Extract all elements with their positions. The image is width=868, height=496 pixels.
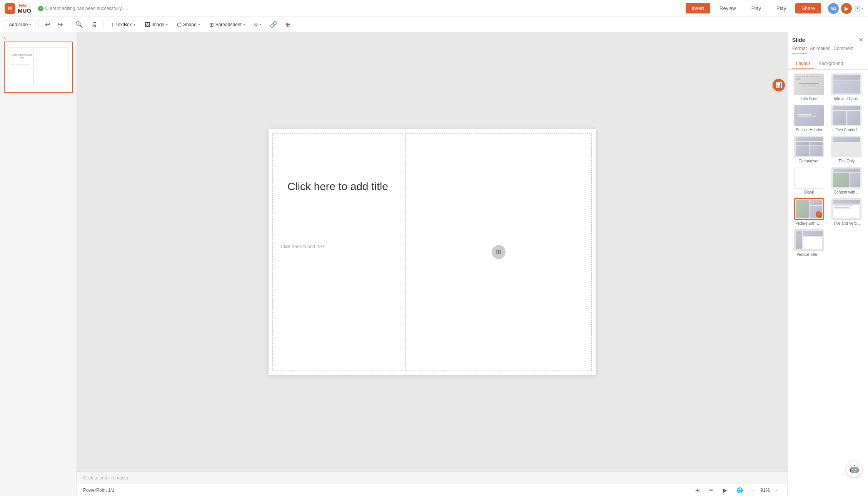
layout-thumb-content-with bbox=[831, 167, 861, 189]
layout-grid: Click to edit Master title style Title S… bbox=[788, 70, 868, 261]
layout-section-header[interactable]: Section Header bbox=[792, 105, 826, 132]
textbox-tool[interactable]: T TextBox ▾ bbox=[107, 20, 139, 29]
layout-label-content-with: Content with ... bbox=[834, 190, 860, 194]
layout-tab[interactable]: Layout bbox=[792, 58, 814, 69]
print-button[interactable]: 🖨 bbox=[88, 20, 100, 30]
layout-label-blank: Blank bbox=[804, 190, 814, 194]
panel-title: Slide bbox=[792, 37, 805, 43]
background-tab[interactable]: Background bbox=[815, 58, 847, 69]
slide-right-panel[interactable]: ⊞ bbox=[405, 133, 592, 371]
slide-title[interactable]: Click here to add title bbox=[287, 180, 388, 193]
layout-label-title-verti: Title and Verti... bbox=[833, 221, 860, 225]
layout-thumb-two-content bbox=[831, 105, 861, 126]
layout-label-picture-with: Picture with C... bbox=[796, 221, 823, 225]
remarks-bar[interactable]: Click to enter remarks bbox=[77, 471, 787, 484]
status-bar-right: ⊞ ✏ ▶ 🌐 − 91% + bbox=[692, 486, 781, 495]
help-icon: 🤖 bbox=[850, 464, 859, 474]
export-icon: 📊 bbox=[776, 82, 782, 88]
status-text: ✓ Current editing has been successfully … bbox=[38, 6, 127, 11]
more-button[interactable]: ⊕ bbox=[282, 19, 293, 30]
format-tabs: Format Animation Comment bbox=[788, 43, 868, 56]
slide-number: 1 bbox=[4, 36, 73, 41]
zoom-level: 91% bbox=[761, 488, 770, 493]
layout-two-content[interactable]: Two Content bbox=[830, 105, 864, 132]
layout-blank[interactable]: Blank bbox=[792, 167, 826, 194]
content-icon[interactable]: ⊞ bbox=[492, 245, 506, 259]
close-panel-icon[interactable]: ✕ bbox=[858, 36, 863, 43]
layout-title-only[interactable]: Title Only bbox=[830, 136, 864, 163]
slide-text-placeholder[interactable]: Click here to add text bbox=[280, 244, 395, 249]
shape-tool[interactable]: ⬡ Shape ▾ bbox=[173, 20, 204, 29]
spreadsheet-tool[interactable]: ⊞ Spreadsheet ▾ bbox=[205, 20, 249, 29]
top-bar: M beta MUO ✓ Current editing has been su… bbox=[0, 0, 868, 17]
canvas-area: Click here to add title Click here to ad… bbox=[77, 32, 787, 496]
slide-panel: 1 Click here to add title Click here to … bbox=[0, 32, 77, 496]
symbol-icon: Ω bbox=[254, 22, 258, 27]
time-icon-group[interactable]: 🕐 ▾ bbox=[854, 5, 863, 12]
review-tab[interactable]: Review bbox=[713, 3, 742, 13]
logo-icon: M bbox=[5, 3, 15, 14]
textbox-icon: T bbox=[110, 22, 114, 28]
layout-title-content[interactable]: Title and Cont... bbox=[830, 73, 864, 101]
layout-label-two-content: Two Content bbox=[836, 128, 857, 132]
main-area: 1 Click here to add title Click here to … bbox=[0, 32, 868, 496]
add-slide-button[interactable]: Add slide ▾ bbox=[5, 20, 35, 29]
layout-label-vertical-title: Vertical Title ... bbox=[796, 252, 821, 257]
insert-tab[interactable]: Insert bbox=[686, 3, 711, 13]
layout-content-with[interactable]: Content with ... bbox=[830, 167, 864, 194]
search-button[interactable]: 🔍 bbox=[72, 19, 86, 30]
play-tab-1[interactable]: Play bbox=[745, 3, 767, 13]
slide-thumbnail[interactable]: Click here to add title Click here to ad… bbox=[4, 42, 73, 93]
layout-thumb-blank bbox=[794, 167, 824, 189]
layout-title-slide[interactable]: Click to edit Master title style Title S… bbox=[792, 73, 826, 101]
layout-comparison[interactable]: Comparison bbox=[792, 136, 826, 163]
notification-icon[interactable]: ▶ bbox=[841, 3, 852, 14]
play-tab-2[interactable]: Play bbox=[770, 3, 792, 13]
slide-1-wrapper[interactable]: 1 Click here to add title Click here to … bbox=[4, 36, 73, 93]
pen-button[interactable]: ✏ bbox=[706, 486, 717, 495]
floating-export-button[interactable]: 📊 bbox=[773, 79, 785, 91]
image-icon: 🖼 bbox=[145, 22, 150, 28]
canvas-wrapper[interactable]: Click here to add title Click here to ad… bbox=[77, 32, 787, 471]
zoom-in-button[interactable]: + bbox=[773, 486, 781, 494]
slide-left-panel[interactable]: Click here to add title Click here to ad… bbox=[272, 133, 403, 371]
status-dot: ✓ bbox=[38, 6, 43, 11]
floating-help-button[interactable]: 🤖 bbox=[846, 461, 862, 477]
layout-picture-with[interactable]: ✓ Picture with C... bbox=[792, 198, 826, 225]
link-button[interactable]: 🔗 bbox=[267, 19, 280, 30]
layout-thumb-picture-with: ✓ bbox=[794, 198, 824, 220]
format-tab[interactable]: Format bbox=[792, 46, 807, 53]
slide-text-area[interactable]: Click here to add text bbox=[273, 240, 403, 371]
beta-tag: beta bbox=[18, 3, 31, 8]
user-avatar[interactable]: MJ bbox=[828, 3, 839, 14]
layout-label-title-slide: Title Slide bbox=[801, 97, 818, 101]
layout-label-title-only: Title Only bbox=[838, 159, 855, 163]
image-tool[interactable]: 🖼 Image ▾ bbox=[141, 20, 172, 29]
layout-title-verti[interactable]: Title and Verti... bbox=[830, 198, 864, 225]
right-panel: Slide ✕ Format Animation Comment Layout … bbox=[787, 32, 868, 496]
grid-view-button[interactable]: ⊞ bbox=[692, 486, 703, 495]
cloud-button[interactable]: 🌐 bbox=[733, 486, 746, 495]
right-panel-header: Slide ✕ bbox=[788, 32, 868, 43]
spreadsheet-icon: ⊞ bbox=[209, 22, 214, 28]
app-name: MUO bbox=[18, 8, 31, 13]
share-button[interactable]: Share bbox=[795, 3, 821, 13]
toolbar: Add slide ▾ ↩ ↪ 🔍 🖨 T TextBox ▾ 🖼 Image … bbox=[0, 17, 868, 32]
symbol-tool[interactable]: Ω ▾ bbox=[250, 20, 265, 29]
layout-thumb-title-only bbox=[831, 136, 861, 157]
layout-label-title-content: Title and Cont... bbox=[833, 97, 860, 101]
layout-thumb-title-slide: Click to edit Master title style bbox=[794, 73, 824, 95]
animation-tab[interactable]: Animation bbox=[810, 46, 830, 53]
comment-tab[interactable]: Comment bbox=[833, 46, 853, 53]
toolbar-divider-1 bbox=[38, 20, 39, 29]
redo-button[interactable]: ↪ bbox=[55, 19, 66, 30]
toolbar-divider-2 bbox=[69, 20, 69, 29]
layout-vertical-title[interactable]: Vertical Title ... bbox=[792, 229, 826, 257]
status-info: PowerPoint 1/1 bbox=[83, 488, 114, 493]
zoom-out-button[interactable]: − bbox=[749, 486, 757, 494]
layout-label-section-header: Section Header bbox=[796, 128, 822, 132]
play-button[interactable]: ▶ bbox=[720, 486, 730, 495]
slide-title-area[interactable]: Click here to add title bbox=[273, 134, 403, 240]
slide-canvas[interactable]: Click here to add title Click here to ad… bbox=[269, 129, 596, 375]
undo-button[interactable]: ↩ bbox=[42, 19, 53, 30]
